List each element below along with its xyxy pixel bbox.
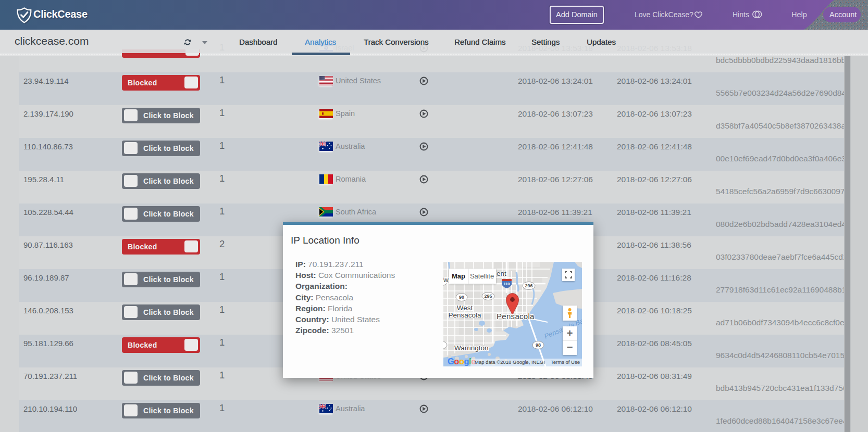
svg-text:90: 90 <box>459 295 464 300</box>
svg-text:w: w <box>443 276 449 284</box>
svg-text:Map data ©2018 Google, INEGI: Map data ©2018 Google, INEGI <box>475 359 545 365</box>
svg-text:Terms of Use: Terms of Use <box>551 359 580 365</box>
svg-text:110: 110 <box>503 282 510 286</box>
svg-text:296: 296 <box>525 283 532 288</box>
svg-text:Warrington: Warrington <box>454 344 489 352</box>
svg-text:ent: ent <box>497 270 506 277</box>
svg-text:Pensacola: Pensacola <box>497 312 535 321</box>
svg-text:98: 98 <box>536 342 541 348</box>
svg-text:295: 295 <box>484 294 492 299</box>
svg-text:West: West <box>457 304 473 312</box>
svg-text:Pensacola: Pensacola <box>448 311 481 319</box>
